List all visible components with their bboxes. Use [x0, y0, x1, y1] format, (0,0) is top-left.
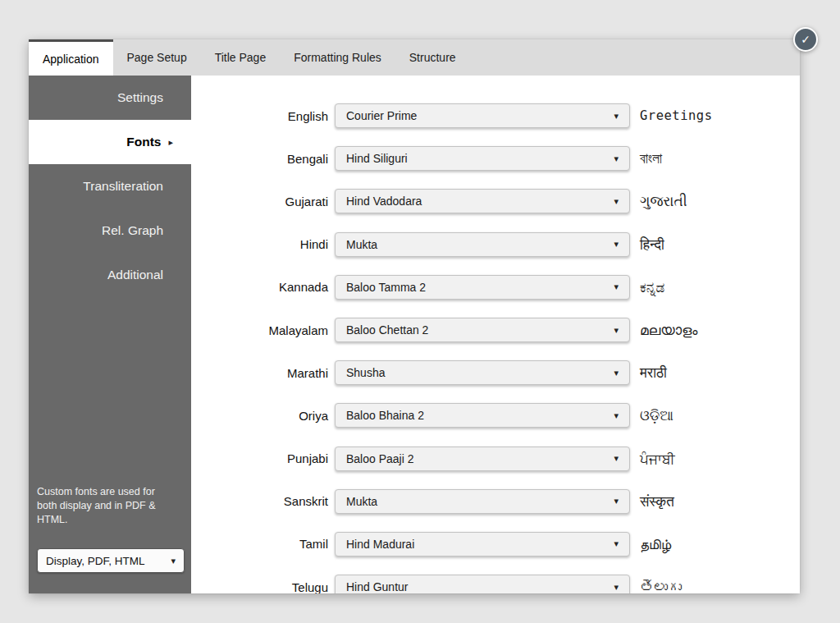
- font-row: Kannada Baloo Tamma 2 ▾ ಕನ್ನಡ: [191, 266, 800, 309]
- tab-label: Page Setup: [127, 51, 187, 64]
- sidebar-item-rel-graph[interactable]: Rel. Graph: [29, 208, 191, 253]
- font-select-value: Baloo Chettan 2: [346, 323, 428, 337]
- tab-formatting-rules[interactable]: Formatting Rules: [280, 39, 395, 76]
- font-row: Hindi Mukta ▾ हिन्दी: [191, 223, 800, 266]
- check-icon: ✓: [801, 33, 810, 46]
- language-label: Hindi: [191, 237, 328, 251]
- font-row: English Courier Prime ▾ Greetings: [191, 94, 800, 137]
- font-sample: తెలుగు: [640, 579, 682, 593]
- font-sample: ਪੰਜਾਬੀ: [640, 451, 675, 467]
- chevron-down-icon: ▾: [614, 582, 619, 593]
- font-row: Malayalam Baloo Chettan 2 ▾ മലയാളം: [191, 309, 800, 351]
- chevron-down-icon: ▾: [171, 556, 176, 566]
- language-label: Telugu: [191, 580, 328, 593]
- font-sample: ಕನ್ನಡ: [640, 279, 664, 295]
- font-row: Telugu Hind Guntur ▾ తెలుగు: [191, 566, 800, 593]
- tab-application[interactable]: Application: [29, 39, 113, 76]
- font-select-value: Hind Siliguri: [346, 152, 408, 165]
- sidebar-item-transliteration[interactable]: Transliteration: [29, 164, 191, 208]
- language-label: Malayalam: [191, 323, 328, 337]
- confirm-button[interactable]: ✓: [793, 27, 818, 52]
- font-sample: বাংলা: [640, 150, 662, 167]
- chevron-down-icon: ▾: [614, 111, 619, 121]
- sidebar-item-label: Transliteration: [83, 179, 163, 194]
- fonts-panel: English Courier Prime ▾ Greetings Bengal…: [191, 76, 800, 593]
- font-select-value: Hind Madurai: [346, 538, 414, 551]
- tab-page-setup[interactable]: Page Setup: [113, 39, 201, 76]
- sidebar-item-additional[interactable]: Additional: [29, 253, 191, 297]
- window-body: Settings Fonts ▸ Transliteration Rel. Gr…: [29, 76, 800, 593]
- chevron-down-icon: ▾: [614, 538, 619, 549]
- font-select[interactable]: Courier Prime ▾: [335, 103, 630, 128]
- font-select-value: Baloo Bhaina 2: [346, 409, 424, 422]
- tab-label: Formatting Rules: [294, 51, 381, 64]
- sidebar-item-label: Settings: [117, 90, 163, 105]
- font-sample: ગુજરાતી: [640, 193, 687, 209]
- chevron-down-icon: ▾: [614, 496, 619, 506]
- chevron-down-icon: ▾: [614, 282, 619, 292]
- sidebar-item-label: Fonts: [126, 135, 161, 149]
- tab-bar: Application Page Setup Title Page Format…: [29, 39, 800, 76]
- language-label: Kannada: [191, 280, 328, 294]
- font-select-value: Mukta: [346, 495, 377, 508]
- font-row: Marathi Shusha ▾ मराठी: [191, 351, 800, 394]
- font-row: Punjabi Baloo Paaji 2 ▾ ਪੰਜਾਬੀ: [191, 437, 800, 480]
- sidebar-item-label: Additional: [107, 268, 163, 282]
- chevron-down-icon: ▾: [614, 410, 619, 421]
- font-sample: संस्कृत: [640, 493, 674, 510]
- font-row: Tamil Hind Madurai ▾ தமிழ்: [191, 523, 800, 566]
- font-select-value: Shusha: [346, 366, 385, 379]
- tab-structure[interactable]: Structure: [395, 39, 470, 76]
- font-rows: English Courier Prime ▾ Greetings Bengal…: [191, 94, 800, 593]
- chevron-down-icon: ▾: [614, 325, 619, 336]
- font-select[interactable]: Hind Guntur ▾: [335, 575, 630, 593]
- sidebar-nav: Settings Fonts ▸ Transliteration Rel. Gr…: [29, 76, 191, 297]
- font-sample: ଓଡ଼ିଆ: [640, 407, 673, 424]
- font-select-value: Baloo Paaji 2: [346, 452, 414, 465]
- font-select[interactable]: Baloo Bhaina 2 ▾: [335, 403, 630, 428]
- font-sample: മലയാളം: [640, 322, 697, 338]
- settings-window: Application Page Setup Title Page Format…: [29, 39, 800, 593]
- language-label: Marathi: [191, 366, 328, 380]
- language-label: Tamil: [191, 537, 328, 551]
- font-select[interactable]: Shusha ▾: [335, 360, 630, 385]
- chevron-down-icon: ▾: [614, 153, 619, 164]
- font-scope-value: Display, PDF, HTML: [46, 555, 145, 567]
- font-select-value: Hind Vadodara: [346, 195, 422, 208]
- font-select-value: Baloo Tamma 2: [346, 281, 426, 294]
- font-row: Sanskrit Mukta ▾ संस्कृत: [191, 480, 800, 523]
- submenu-arrow-icon: ▸: [168, 137, 173, 148]
- font-sample: தமிழ்: [640, 536, 671, 552]
- font-select[interactable]: Hind Vadodara ▾: [335, 189, 630, 213]
- sidebar-item-fonts[interactable]: Fonts ▸: [29, 120, 191, 164]
- chevron-down-icon: ▾: [614, 453, 619, 464]
- font-select-value: Hind Guntur: [346, 580, 408, 593]
- sidebar-item-settings[interactable]: Settings: [29, 76, 191, 120]
- font-scope-select[interactable]: Display, PDF, HTML ▾: [37, 548, 185, 573]
- language-label: Punjabi: [191, 451, 328, 465]
- sidebar-item-label: Rel. Graph: [102, 223, 163, 238]
- font-select[interactable]: Baloo Paaji 2 ▾: [335, 447, 630, 471]
- font-sample: Greetings: [640, 108, 713, 123]
- font-select-value: Courier Prime: [346, 109, 417, 122]
- font-sample: मराठी: [640, 364, 667, 381]
- chevron-down-icon: ▾: [614, 196, 619, 207]
- tab-title-page[interactable]: Title Page: [201, 39, 281, 76]
- font-select[interactable]: Mukta ▾: [335, 232, 630, 257]
- chevron-down-icon: ▾: [614, 239, 619, 250]
- font-select[interactable]: Hind Madurai ▾: [335, 532, 630, 557]
- sidebar-footer: Custom fonts are used for both display a…: [37, 485, 183, 573]
- language-label: Sanskrit: [191, 494, 328, 508]
- font-sample: हिन्दी: [640, 236, 664, 253]
- tab-label: Structure: [409, 51, 456, 64]
- font-row: Oriya Baloo Bhaina 2 ▾ ଓଡ଼ିଆ: [191, 394, 800, 437]
- font-select[interactable]: Baloo Chettan 2 ▾: [335, 318, 630, 342]
- language-label: Gujarati: [191, 195, 328, 208]
- font-select[interactable]: Hind Siliguri ▾: [335, 146, 630, 171]
- sidebar: Settings Fonts ▸ Transliteration Rel. Gr…: [29, 76, 191, 593]
- sidebar-note: Custom fonts are used for both display a…: [37, 485, 176, 527]
- font-select[interactable]: Baloo Tamma 2 ▾: [335, 275, 630, 300]
- font-row: Bengali Hind Siliguri ▾ বাংলা: [191, 137, 800, 180]
- font-select[interactable]: Mukta ▾: [335, 489, 630, 514]
- language-label: English: [191, 109, 328, 123]
